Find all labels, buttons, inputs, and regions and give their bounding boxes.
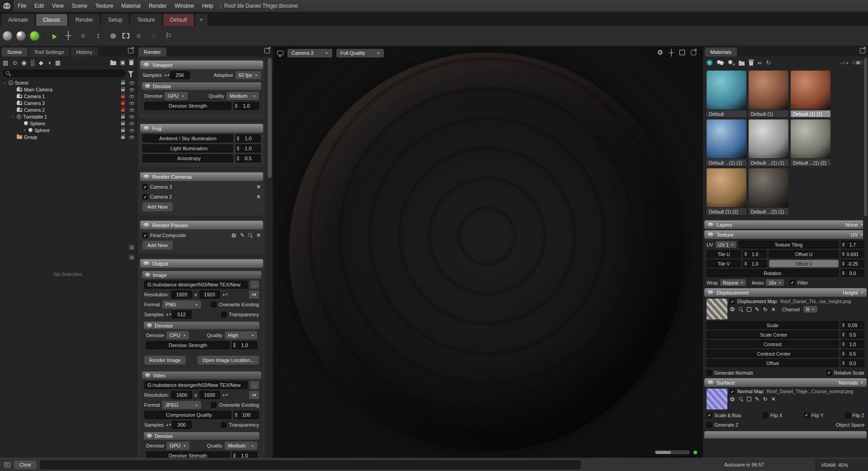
tree-row-sphere[interactable]: Sphere <box>0 120 136 127</box>
visibility-icon[interactable] <box>129 101 134 105</box>
lock-icon[interactable] <box>121 89 125 91</box>
scale-bias-checkbox[interactable] <box>707 413 712 418</box>
console-icon[interactable] <box>4 462 10 467</box>
viewport-samples-field[interactable]: 256 <box>170 71 190 79</box>
pivot-tool-icon[interactable]: ⊕ <box>108 30 118 41</box>
slider-value[interactable]: 100 <box>234 411 259 419</box>
shading-sphere-flat-icon[interactable] <box>3 31 12 41</box>
material-default-1-1[interactable]: Default (1) (1) <box>791 71 830 117</box>
resolution-preset-icon[interactable]: ≡▾ <box>249 290 259 299</box>
map-preview-icon[interactable] <box>739 397 743 401</box>
tree-row-scene[interactable]: − Scene <box>0 79 136 86</box>
menu-item[interactable]: Render <box>145 0 170 12</box>
tab-materials[interactable]: Materials <box>705 48 737 57</box>
video-samples-field[interactable]: 300 <box>172 421 192 429</box>
image-format-dropdown[interactable]: PNG <box>162 300 201 309</box>
slider-track[interactable]: Contrast <box>707 340 839 348</box>
tree-row-group[interactable]: Group <box>0 133 136 140</box>
image-subheader[interactable]: Image <box>142 271 261 279</box>
translate-tool-icon[interactable]: ┼ <box>63 30 74 41</box>
viewport-section-header[interactable]: Viewport <box>140 61 263 69</box>
lock-icon[interactable] <box>121 95 125 98</box>
generate-z-checkbox[interactable] <box>707 422 712 428</box>
tab-animate[interactable]: Animate <box>1 14 35 26</box>
lock-icon[interactable] <box>121 136 125 139</box>
map-edit-icon[interactable]: ✎ <box>755 396 760 402</box>
tab-history[interactable]: History <box>71 48 98 57</box>
slider-track[interactable]: Ambient / Sky Illumination <box>142 134 233 143</box>
viewport-zoom-slider[interactable] <box>655 450 690 454</box>
viewport-quality-dropdown[interactable]: Full Quality <box>336 49 384 57</box>
video-output-path[interactable]: G:/substance desinger/h03/New TEX/New <box>144 381 248 389</box>
slider-track[interactable]: Compression Quality <box>144 411 231 419</box>
tab-setup[interactable]: Setup <box>101 14 129 26</box>
refresh-material-icon[interactable]: ↻ <box>766 59 771 66</box>
normal-map-thumbnail[interactable] <box>707 389 727 409</box>
tree-row-main-camera[interactable]: Main Camera <box>0 86 136 93</box>
object-space-label[interactable]: Object Space <box>836 422 864 428</box>
browse-button[interactable]: ... <box>250 281 259 289</box>
texture-tiling-value[interactable]: 1.7 <box>841 241 864 248</box>
lock-icon[interactable] <box>121 129 125 132</box>
denoise-device-dropdown[interactable]: GPU <box>165 92 187 100</box>
load-material-icon[interactable] <box>739 62 745 66</box>
tab-texture[interactable]: Texture <box>130 14 161 26</box>
map-reload-icon[interactable]: ↻ <box>763 396 768 402</box>
offset-v-value[interactable]: -0.25 <box>841 260 864 267</box>
render-camera-3[interactable]: Camera 3 ✕ <box>142 183 261 191</box>
popout-icon[interactable] <box>128 48 133 53</box>
image-output-path[interactable]: G:/substance desinger/h03/New TEX/New <box>144 281 248 289</box>
visibility-icon[interactable] <box>129 81 134 85</box>
relative-scale-checkbox[interactable] <box>826 370 832 376</box>
circle-select-icon[interactable]: ○ <box>133 30 144 41</box>
slider-track[interactable]: Anisotropy <box>142 154 233 162</box>
render-pass-row[interactable]: Final Composite ⚙ ✎ ✕ <box>142 231 261 239</box>
compression-quality-slider[interactable]: Compression Quality 100 <box>144 411 259 419</box>
lock-icon[interactable] <box>121 82 125 85</box>
slider-value[interactable]: 0.0 <box>841 359 864 367</box>
flip-z-checkbox[interactable] <box>845 413 850 418</box>
tree-row-sphere-child[interactable]: + Sphere <box>0 127 136 133</box>
transparency-checkbox[interactable] <box>221 422 226 428</box>
slider-value[interactable]: 1.0 <box>236 144 261 152</box>
expander[interactable]: − <box>3 81 7 85</box>
tab-render[interactable]: Render <box>69 14 100 26</box>
flip-x-checkbox[interactable] <box>763 413 768 418</box>
texture-section-header[interactable]: Texture UV <box>704 230 867 239</box>
add-camera-button[interactable]: Add New <box>142 202 173 211</box>
map-settings-icon[interactable]: ⚙ <box>730 396 735 402</box>
slider-value[interactable]: 1.0 <box>841 340 864 348</box>
video-height-field[interactable]: 1600 <box>199 391 220 399</box>
add-light-icon[interactable]: ⊙ <box>12 59 17 66</box>
disp-offset-slider[interactable]: Offset 0.0 <box>707 359 864 367</box>
pass-edit-icon[interactable]: ✎ <box>240 232 245 238</box>
viewport-settings-icon[interactable]: ⚙ <box>657 48 663 57</box>
material-thumbnail[interactable] <box>707 71 746 109</box>
map-edit-icon[interactable]: ✎ <box>755 306 760 313</box>
map-enabled-checkbox[interactable] <box>730 389 735 394</box>
render-cameras-header[interactable]: Render Cameras <box>140 172 263 181</box>
next-section-header-partial[interactable] <box>704 431 867 438</box>
map-settings-icon[interactable]: ⚙ <box>730 306 735 312</box>
viewport-layout-icon[interactable]: ┼ <box>669 49 674 56</box>
output-section-header[interactable]: Output <box>140 259 263 268</box>
map-swatch-icon[interactable] <box>747 397 751 401</box>
overwrite-checkbox[interactable] <box>211 402 217 408</box>
pass-settings-icon[interactable]: ⚙ <box>231 233 236 238</box>
wrap-dropdown[interactable]: Repeat <box>720 279 746 286</box>
offset-v-slider[interactable]: Offset V <box>769 260 839 267</box>
popout-icon[interactable] <box>860 48 865 53</box>
video-format-dropdown[interactable]: JPEG <box>162 401 201 409</box>
tab-scene[interactable]: Scene <box>2 48 28 57</box>
menu-item[interactable]: Material <box>117 0 145 12</box>
tree-row-turntable-1[interactable]: − Turntable 1 <box>0 113 136 120</box>
channel-dropdown[interactable]: R <box>803 306 817 313</box>
tab-default[interactable]: Default <box>163 14 194 26</box>
material-thumbnail[interactable] <box>707 119 746 158</box>
maximize-icon[interactable] <box>679 50 685 55</box>
map-filename[interactable]: Roof_Daniel_Thige...Course_normal.png <box>767 389 853 394</box>
slider-value[interactable]: 0.09 <box>841 321 864 329</box>
map-swatch-icon[interactable] <box>747 307 751 312</box>
denoise-device-dropdown[interactable]: CPU <box>166 331 189 339</box>
material-default-1[interactable]: Default (1) <box>749 71 788 117</box>
